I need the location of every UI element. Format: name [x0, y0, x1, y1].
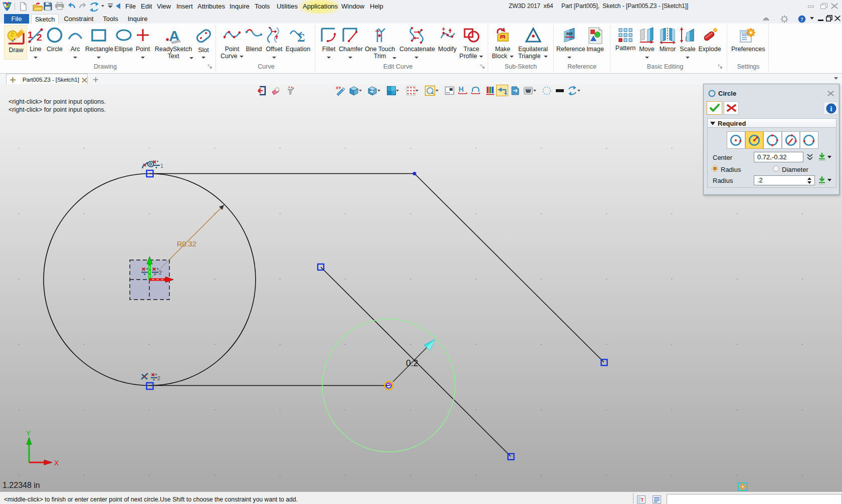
svg-text:i: i: [830, 105, 832, 113]
svg-text:2: 2: [37, 32, 42, 43]
svg-text:T: T: [641, 497, 644, 502]
svg-text:R0.32: R0.32: [177, 240, 196, 248]
svg-text:1: 1: [160, 163, 163, 169]
svg-text:X: X: [54, 459, 59, 467]
svg-text:Y: Y: [26, 429, 31, 437]
svg-text:?: ?: [800, 16, 803, 22]
svg-text:Σ: Σ: [297, 31, 305, 44]
svg-text:H: H: [459, 85, 464, 93]
svg-text:REF: REF: [566, 32, 573, 36]
svg-text:0.2: 0.2: [406, 358, 418, 368]
svg-text:2: 2: [159, 270, 162, 276]
svg-text:2: 2: [157, 375, 160, 381]
svg-text:XY: XY: [336, 86, 341, 90]
